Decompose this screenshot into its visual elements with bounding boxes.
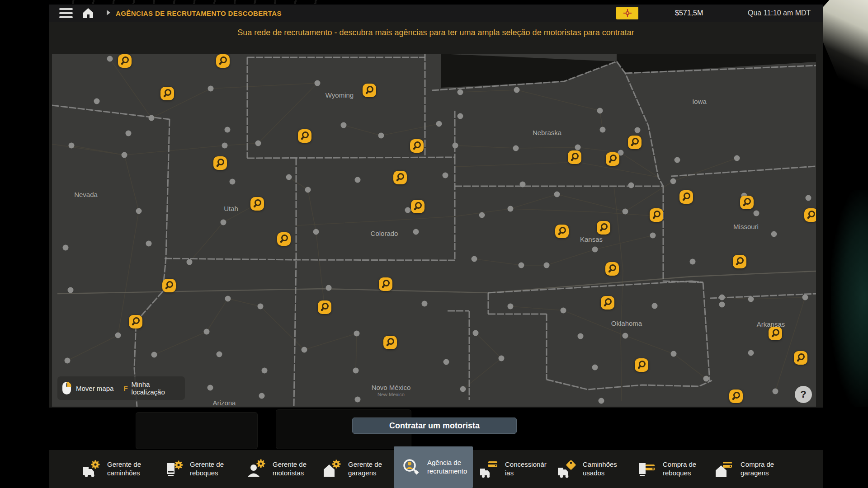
city-dot: [771, 231, 777, 237]
magnifier-icon: [679, 190, 693, 204]
city-dot: [513, 145, 519, 151]
bottom-toolbar: Gerente de caminhões Gerente de reboques…: [49, 450, 823, 488]
tab-driver-manager[interactable]: Gerente de motoristas: [241, 450, 319, 488]
agency-marker[interactable]: [606, 152, 619, 166]
agency-marker[interactable]: [410, 139, 424, 153]
menu-icon[interactable]: [59, 8, 73, 18]
mouse-icon: [62, 381, 71, 395]
magnifier-icon: [597, 221, 610, 235]
tab-truck-manager[interactable]: Gerente de caminhões: [76, 450, 153, 488]
home-icon[interactable]: [82, 8, 94, 19]
agency-marker[interactable]: [129, 315, 142, 328]
agency-marker[interactable]: [601, 296, 614, 310]
agency-marker[interactable]: [568, 150, 581, 164]
city-dot: [315, 80, 321, 86]
hire-driver-button[interactable]: Contratar um motorista: [352, 418, 517, 434]
agency-marker[interactable]: [628, 136, 642, 149]
city-dot: [554, 192, 560, 197]
tab-recruitment-agency[interactable]: Agência de recrutamento: [394, 446, 473, 488]
city-dot: [355, 177, 361, 183]
agency-marker[interactable]: [216, 54, 230, 68]
agency-marker[interactable]: [393, 171, 407, 184]
tab-used-trucks[interactable]: Caminhões usados: [552, 450, 629, 488]
agency-marker[interactable]: [769, 327, 782, 340]
agency-marker[interactable]: [277, 232, 291, 246]
money-balance: $571,5M: [675, 9, 703, 17]
city-dot: [107, 56, 113, 62]
city-dot: [628, 183, 634, 188]
city-dot: [126, 131, 132, 136]
city-dot: [443, 173, 448, 178]
city-dot: [460, 386, 466, 392]
game-clock: Qua 11:10 am MDT: [748, 9, 811, 17]
agency-marker[interactable]: [740, 196, 754, 209]
magnifier-icon: [568, 150, 581, 164]
agency-marker[interactable]: [635, 358, 648, 372]
city-dot: [313, 229, 319, 235]
magnifier-icon: [729, 389, 743, 403]
magnifier-icon: [363, 84, 376, 97]
agency-marker[interactable]: [162, 279, 176, 292]
city-dot: [561, 308, 566, 314]
agency-marker[interactable]: [555, 225, 569, 238]
agency-marker[interactable]: [794, 351, 807, 365]
tab-dealerships[interactable]: Concessionárias: [474, 450, 551, 488]
magnifier-icon: [118, 54, 132, 68]
agency-marker[interactable]: [318, 300, 331, 314]
tab-label: Gerente de caminhões: [107, 460, 149, 478]
city-dot: [217, 352, 222, 357]
city-dot: [479, 212, 485, 218]
agency-marker[interactable]: [363, 84, 376, 97]
agency-marker[interactable]: [160, 87, 174, 100]
agency-marker[interactable]: [298, 129, 311, 143]
city-dot: [378, 133, 384, 139]
recruitment-panel: AGÊNCIAS DE RECRUTAMENTO DESCOBERTAS $57…: [49, 5, 823, 408]
city-dot: [592, 247, 598, 253]
tab-trailer-manager[interactable]: Gerente de reboques: [159, 450, 236, 488]
magnifier-icon: [606, 152, 619, 166]
city-dot: [472, 256, 477, 262]
agency-marker[interactable]: [733, 255, 746, 268]
scene-trailer-silhouette: [136, 412, 258, 449]
magnifier-icon: [769, 327, 782, 340]
agency-marker[interactable]: [597, 221, 610, 235]
tab-garage-purchase[interactable]: Compra de garagens: [709, 450, 787, 488]
city-dot: [443, 359, 449, 365]
city-dot: [802, 295, 808, 300]
agency-marker[interactable]: [379, 277, 392, 291]
agency-marker[interactable]: [250, 197, 264, 211]
city-dot: [650, 233, 656, 239]
city-dot: [436, 121, 442, 127]
city-dot: [508, 304, 514, 310]
tab-label: Caminhões usados: [583, 460, 624, 478]
help-button[interactable]: ?: [795, 386, 812, 403]
agency-marker[interactable]: [118, 54, 132, 68]
house-card-icon: [714, 459, 735, 479]
city-dot: [405, 207, 411, 213]
agency-marker[interactable]: [411, 200, 425, 213]
magnifier-icon: [410, 139, 424, 153]
city-dot: [520, 182, 526, 188]
agency-marker[interactable]: [804, 208, 816, 222]
city-dot: [458, 89, 463, 95]
tab-garage-manager[interactable]: Gerente de garagens: [317, 450, 394, 488]
agency-marker[interactable]: [729, 389, 743, 403]
magnifier-icon: [298, 129, 311, 143]
agency-marker[interactable]: [383, 336, 397, 349]
city-dot: [258, 304, 264, 310]
truck-card-icon: [478, 459, 499, 479]
recruitment-map[interactable]: Mover mapa F Minha localização ? NevadaU…: [52, 54, 816, 407]
agency-marker[interactable]: [650, 208, 663, 222]
city-dot: [208, 86, 214, 92]
agency-marker[interactable]: [605, 262, 619, 276]
magnifier-icon: [411, 200, 425, 213]
magnifier-icon: [794, 351, 807, 365]
tab-label: Concessionárias: [505, 460, 547, 478]
city-dot: [544, 263, 550, 268]
agency-marker[interactable]: [679, 190, 693, 204]
city-dot: [222, 143, 228, 149]
agency-marker[interactable]: [213, 156, 227, 170]
city-dot: [600, 127, 606, 133]
tab-trailer-purchase[interactable]: Compra de reboques: [632, 450, 709, 488]
city-dot: [63, 245, 69, 251]
